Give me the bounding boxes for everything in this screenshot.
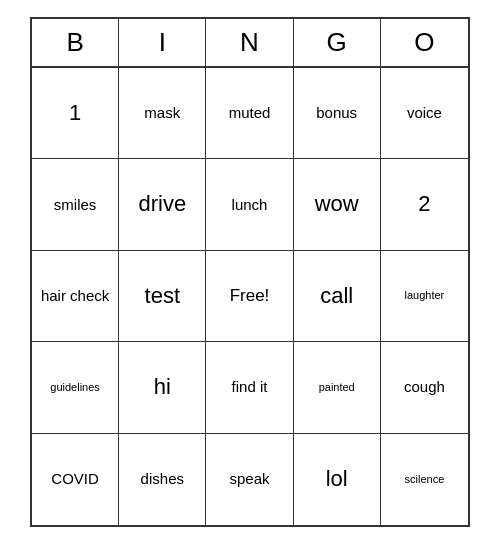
bingo-cell: muted	[206, 68, 293, 159]
bingo-cell: scilence	[381, 434, 468, 525]
bingo-cell: speak	[206, 434, 293, 525]
bingo-cell: hi	[119, 342, 206, 433]
bingo-cell: voice	[381, 68, 468, 159]
header-letter: O	[381, 19, 468, 66]
bingo-cell: find it	[206, 342, 293, 433]
bingo-cell: painted	[294, 342, 381, 433]
bingo-cell: drive	[119, 159, 206, 250]
bingo-cell: lol	[294, 434, 381, 525]
bingo-cell: lunch	[206, 159, 293, 250]
bingo-cell: bonus	[294, 68, 381, 159]
bingo-cell: laughter	[381, 251, 468, 342]
bingo-cell: call	[294, 251, 381, 342]
bingo-cell: cough	[381, 342, 468, 433]
bingo-cell: smiles	[32, 159, 119, 250]
bingo-header: BINGO	[32, 19, 468, 68]
bingo-cell: 2	[381, 159, 468, 250]
header-letter: B	[32, 19, 119, 66]
bingo-cell: 1	[32, 68, 119, 159]
bingo-cell: wow	[294, 159, 381, 250]
bingo-grid: 1maskmutedbonusvoicesmilesdrivelunchwow2…	[32, 68, 468, 525]
header-letter: N	[206, 19, 293, 66]
bingo-cell: COVID	[32, 434, 119, 525]
bingo-cell: guidelines	[32, 342, 119, 433]
bingo-cell: Free!	[206, 251, 293, 342]
bingo-cell: dishes	[119, 434, 206, 525]
bingo-card: BINGO 1maskmutedbonusvoicesmilesdrivelun…	[30, 17, 470, 527]
header-letter: G	[294, 19, 381, 66]
bingo-cell: test	[119, 251, 206, 342]
header-letter: I	[119, 19, 206, 66]
bingo-cell: hair check	[32, 251, 119, 342]
bingo-cell: mask	[119, 68, 206, 159]
